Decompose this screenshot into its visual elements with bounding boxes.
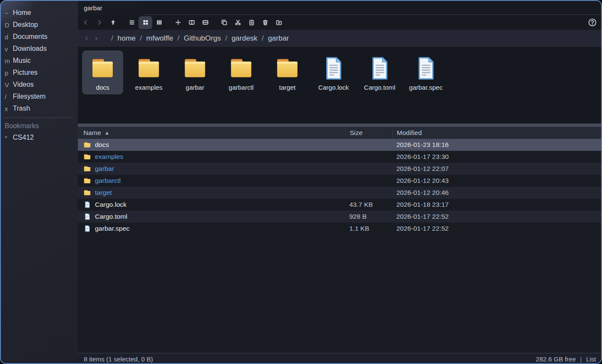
grid-item-examples[interactable]: examples	[128, 50, 169, 94]
copy-button[interactable]	[217, 16, 231, 29]
pane-splitter[interactable]	[78, 123, 601, 127]
grid-item-garbar.spec[interactable]: garbar.spec	[405, 50, 446, 94]
sidebar-item-label: Pictures	[13, 69, 38, 76]
grid-item-garbarctl[interactable]: garbarctl	[221, 50, 262, 94]
sidebar-item-downloads[interactable]: v Downloads	[1, 43, 78, 55]
folder-icon	[181, 54, 209, 82]
cut-button[interactable]	[231, 16, 245, 29]
list-row-garbar[interactable]: garbar 2026-01-12 22:07	[78, 163, 601, 175]
up-button[interactable]	[106, 16, 120, 29]
grid-item-cargo.toml[interactable]: Cargo.toml	[359, 50, 400, 94]
sidebar-item-desktop[interactable]: D Desktop	[1, 19, 78, 31]
grid-item-target[interactable]: target	[267, 50, 308, 94]
view-columns-button[interactable]	[152, 16, 166, 29]
paste-icon	[248, 19, 255, 26]
back-button[interactable]	[79, 16, 92, 29]
help-button[interactable]	[586, 16, 599, 29]
view-grid-button[interactable]	[139, 16, 152, 29]
status-view-mode[interactable]: List	[586, 355, 596, 363]
sidebar-item-label: Music	[13, 57, 31, 65]
column-header-modified[interactable]: Modified	[392, 129, 601, 137]
sidebar-item-documents[interactable]: d Documents	[1, 31, 78, 43]
tab-garbar[interactable]: garbar	[78, 1, 143, 15]
paste-button[interactable]	[245, 16, 258, 29]
column-header-size[interactable]: Size	[345, 129, 392, 137]
sidebar-item-music[interactable]: m Music	[1, 55, 78, 67]
column-header-name[interactable]: Name ▲	[78, 129, 345, 137]
sidebar-item-glyph-icon: m	[5, 57, 13, 65]
list-row-cargo.lock[interactable]: Cargo.lock 43.7 KB 2026-01-18 23:17	[78, 199, 601, 211]
list-row-name: Cargo.lock	[95, 201, 127, 208]
split-vertical-button[interactable]	[198, 16, 212, 29]
list-row-size: 928 B	[345, 213, 392, 220]
folder-icon	[89, 54, 117, 82]
new-tab-button[interactable]	[171, 16, 185, 29]
breadcrumb-segment-home[interactable]: home	[118, 34, 136, 43]
list-row-name: docs	[95, 141, 109, 149]
list-row-name: garbar	[95, 165, 114, 173]
sidebar-item-home[interactable]: ~ Home	[1, 7, 78, 19]
sidebar-item-label: Trash	[13, 105, 30, 112]
breadcrumb-segment-gardesk[interactable]: gardesk	[231, 34, 257, 43]
tab-title: garbar	[84, 4, 102, 12]
sidebar-item-label: CS412	[13, 134, 34, 141]
view-list-button[interactable]	[125, 16, 139, 29]
breadcrumb-segment-mfwolffe[interactable]: mfwolffe	[146, 34, 173, 43]
breadcrumb-back-chevron-icon[interactable]	[82, 34, 91, 43]
folder-icon	[83, 165, 91, 173]
status-items-text: 8 items (1 selected, 0 B)	[84, 355, 536, 363]
grid-item-garbar[interactable]: garbar	[174, 50, 215, 94]
folder-icon	[273, 54, 301, 82]
sidebar-places: ~ Home D Desktop d Documents v Downloads…	[1, 7, 78, 114]
list-row-size: 1.1 KB	[345, 225, 392, 232]
list-row-modified: 2026-01-12 22:07	[392, 165, 601, 173]
breadcrumb-separator: /	[140, 34, 142, 43]
grid-item-label: garbar	[186, 84, 204, 91]
breadcrumb: /home/mfwolffe/GithubOrgs/gardesk/garbar	[78, 30, 601, 47]
split-horizontal-button[interactable]	[185, 16, 198, 29]
grid-item-label: target	[279, 84, 295, 91]
delete-button[interactable]	[258, 16, 272, 29]
grid-item-label: garbarctl	[229, 84, 254, 91]
grid-item-docs[interactable]: docs	[82, 50, 123, 94]
new-folder-button[interactable]	[272, 16, 286, 29]
list-row-garbar.spec[interactable]: garbar.spec 1.1 KB 2026-01-17 22:52	[78, 223, 601, 235]
forward-button[interactable]	[92, 16, 106, 29]
list-row-modified: 2026-01-12 20:46	[392, 189, 601, 197]
sidebar-item-videos[interactable]: V Videos	[1, 79, 78, 91]
folder-icon	[227, 54, 255, 82]
list-row-modified: 2026-01-12 20:43	[392, 177, 601, 185]
folder-icon	[83, 153, 91, 161]
grid-item-cargo.lock[interactable]: Cargo.lock	[313, 50, 354, 94]
list-row-docs[interactable]: docs 2026-01-23 18:16	[78, 139, 601, 151]
list-row-garbarctl[interactable]: garbarctl 2026-01-12 20:43	[78, 175, 601, 187]
breadcrumb-segment-garbar[interactable]: garbar	[268, 34, 289, 43]
bookmark-item-cs412[interactable]: * CS412	[1, 132, 78, 144]
sidebar-item-glyph-icon: v	[5, 45, 13, 53]
bookmarks-header: Bookmarks	[1, 120, 78, 132]
list-row-cargo.toml[interactable]: Cargo.toml 928 B 2026-01-17 22:52	[78, 211, 601, 223]
file-icon	[83, 225, 91, 232]
sidebar: ~ Home D Desktop d Documents v Downloads…	[1, 1, 78, 363]
list-row-name: garbarctl	[95, 177, 121, 185]
list-row-name: target	[95, 189, 112, 197]
list-row-name-cell: Cargo.lock	[78, 201, 345, 208]
sidebar-item-glyph-icon: /	[5, 93, 13, 100]
sidebar-item-glyph-icon: d	[5, 33, 13, 41]
breadcrumb-forward-chevron-icon[interactable]	[91, 34, 101, 43]
file-icon	[83, 213, 91, 220]
status-bar: 8 items (1 selected, 0 B) 282.6 GB free …	[78, 353, 601, 363]
chevron-left-icon	[84, 35, 90, 41]
list-row-modified: 2026-01-18 23:17	[392, 201, 601, 208]
list-row-modified: 2026-01-17 22:52	[392, 225, 601, 232]
sidebar-item-trash[interactable]: x Trash	[1, 103, 78, 114]
sidebar-item-pictures[interactable]: p Pictures	[1, 67, 78, 79]
toolbar-buttons	[79, 16, 286, 29]
list-row-examples[interactable]: examples 2026-01-17 23:30	[78, 151, 601, 163]
sidebar-item-glyph-icon: p	[5, 69, 13, 76]
list-row-name-cell: garbar.spec	[78, 225, 345, 232]
list-row-target[interactable]: target 2026-01-12 20:46	[78, 187, 601, 199]
sidebar-item-glyph-icon: x	[5, 105, 13, 112]
sidebar-item-filesystem[interactable]: / Filesystem	[1, 91, 78, 103]
breadcrumb-segment-githuborgs[interactable]: GithubOrgs	[184, 34, 221, 43]
